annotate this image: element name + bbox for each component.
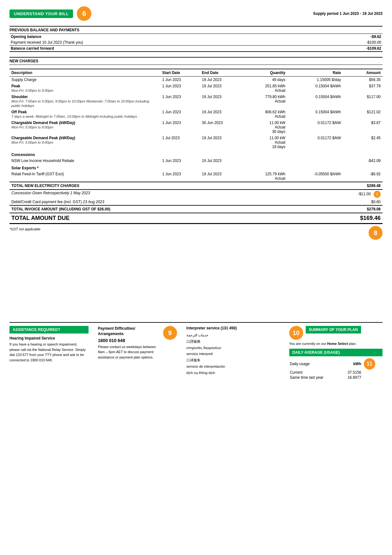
card-fee-amount: $0.60 [343,199,383,205]
off-peak-start: 1 Jun 2023 [160,109,200,120]
demand-peak-1-rate: 0.01172 $/kW [287,120,343,135]
row-demand-peak-1: Chargeable Demand Peak (kW/Day) Mon-Fri:… [9,120,383,135]
gst-note: *GST not applicable [9,227,40,231]
col-quantity: Quantity [240,69,287,77]
badge-10: 10 [289,326,303,340]
off-peak-desc: Off Peak 7 days a week: Midnight to 7:00… [9,109,160,120]
off-peak-qty: 806.62 kWhActual [240,109,287,120]
peak-desc: Peak Mon-Fri: 5:00pm to 9:00pm [9,83,160,94]
hearing-title: Hearing Impaired Service [9,336,89,340]
supply-charge-end: 19 Jul 2023 [200,77,240,83]
row-total-due: TOTAL AMOUNT DUE $169.46 [9,213,383,224]
demand-peak-1-end: 30 Jun 2023 [200,120,240,135]
current-value: 37.5156 [341,370,361,375]
shoulder-amount: $117.00 [343,94,383,109]
total-due-amount: $169.46 [343,213,383,224]
payment-text: Please contact us weekdays between 8am –… [98,344,161,360]
row-shoulder: Shoulder Mon-Fri: 7:00am to 5:00pm, 9:00… [9,94,383,109]
col-description: Description [9,69,160,77]
demand-peak-2-end: 19 Jul 2023 [200,135,240,150]
col-start-date: Start Date [160,69,200,77]
row-nsw-rebate: NSW Low Income Household Rebate 1 Jun 20… [9,158,383,164]
payment-label: Payment received 10 Jul 2023 (Thank you) [9,40,312,46]
assistance-title: ASSISTANCE REQUIRED? [9,326,89,334]
badge-9: 9 [163,326,177,340]
charges-header-row: Description Start Date End Date Quantity… [9,69,383,77]
nsw-rebate-start: 1 Jun 2023 [160,158,200,164]
concession-retro-amount: -$11.00 7 [343,190,383,199]
demand-peak-2-desc: Chargeable Demand Peak (kW/Day) Mon-Fri:… [9,135,160,150]
total-new-amount: $289.48 [343,182,383,190]
col-end-date: End Date [200,69,240,77]
shoulder-qty: 779.80 kWhActual [240,94,287,109]
row-peak: Peak Mon-Fri: 5:00pm to 9:00pm 1 Jun 202… [9,83,383,94]
daily-usage-label: Daily usage [290,358,340,370]
payment-title: Payment Difficulties/Arrangements [98,326,161,337]
off-peak-rate: 0.15004 $/kWh [287,109,343,120]
plan-title: SUMMARY OF YOUR PLAN [306,326,361,334]
nsw-rebate-qty [240,158,287,164]
nsw-rebate-end: 19 Jul 2023 [200,158,240,164]
shoulder-desc: Shoulder Mon-Fri: 7:00am to 5:00pm, 9:00… [9,94,160,109]
supply-charge-amount: $56.35 [343,77,383,83]
badge-8: 8 [369,226,383,240]
supply-period: Supply period 1 Jun 2023 - 19 Jul 2023 [313,11,383,16]
carried-forward-label: Balance carried forward [9,46,312,52]
daily-avg-table: Daily usage kWh 11 Current 37.5156 Same … [289,358,383,380]
badge-11: 11 [364,358,375,370]
row-total-invoice: TOTAL INVOICE AMOUNT (INCLUDING GST OF $… [9,205,383,213]
daily-lastyear-row: Same time last year 16.8977 [290,375,382,380]
badge-7: 7 [374,191,381,198]
supply-charge-qty: 49 days [240,77,287,83]
balance-row-payment: Payment received 10 Jul 2023 (Thank you)… [9,40,383,46]
demand-peak-2-rate: 0.01172 $/kW [287,135,343,150]
peak-qty: 251.85 kWhActual [240,83,287,94]
col-rate: Rate [287,69,343,77]
col-amount: Amount [343,69,383,77]
carried-forward-amount: -$109.62 [312,46,383,52]
peak-start: 1 Jun 2023 [160,83,200,94]
feed-in-amount: -$6.92 [343,171,383,182]
daily-avg-title: DAILY AVERAGE (USAGE) [289,349,383,356]
demand-peak-2-qty: 11.00 kWActual19 days [240,135,287,150]
opening-balance-label: Opening balance [9,34,312,40]
row-demand-peak-2: Chargeable Demand Peak (kW/Day) Mon-Fri:… [9,135,383,150]
lastyear-label: Same time last year [290,375,340,380]
total-invoice-label: TOTAL INVOICE AMOUNT (INCLUDING GST OF $… [9,205,343,213]
demand-peak-1-desc: Chargeable Demand Peak (kW/Day) Mon-Fri:… [9,120,160,135]
demand-peak-2-sub: Mon-Fri: 5:00pm to 9:00pm [11,140,53,144]
opening-balance-amount: -$9.62 [312,34,383,40]
peak-end: 19 Jul 2023 [200,83,240,94]
interpreter-column: Interpreter service (131 450) خدمات التر… [183,326,283,380]
balance-row-opening: Opening balance -$9.62 [9,34,383,40]
shoulder-sub-label: Mon-Fri: 7:00am to 5:00pm, 9:00pm to 10:… [11,99,149,108]
nsw-rebate-desc: NSW Low Income Household Rebate [9,158,160,164]
row-card-fee: Debit/Credit Card payment fee (incl. GST… [9,199,383,205]
row-off-peak: Off Peak 7 days a week: Midnight to 7:00… [9,109,383,120]
nsw-rebate-amount: -$42.09 [343,158,383,164]
row-total-new-electricity: TOTAL NEW ELECTRICITY CHARGES $289.48 [9,182,383,190]
payment-phone: 1800 010 648 [98,338,161,343]
badge-11-cell: 11 [362,358,382,370]
feed-in-rate: -0.05500 $/kWh [287,171,343,182]
demand-peak-1-amount: $3.87 [343,120,383,135]
hearing-text: If you have a hearing or speech impairme… [9,342,89,363]
payment-column: Payment Difficulties/Arrangements 1800 0… [95,326,180,380]
row-solar-header: Solar Exports * [9,164,383,171]
daily-current-row: Current 37.5156 [290,370,382,375]
supply-charge-desc: Supply Charge [9,77,160,83]
peak-sub-label: Mon-Fri: 5:00pm to 9:00pm [11,89,53,92]
off-peak-sub-label: 7 days a week: Midnight to 7:00am, 10:00… [11,115,139,118]
row-feed-in-tariff: Retail Feed-In Tariff (GST Excl) 1 Jun 2… [9,171,383,182]
card-fee-label: Debit/Credit Card payment fee (incl. GST… [9,199,343,205]
header-left: UNDERSTAND YOUR BILL 6 [9,6,91,21]
concession-retro-label: Concession Given Retrospectively 1 May 2… [9,190,343,199]
balance-row-carried: Balance carried forward -$109.62 [9,46,383,52]
daily-avg-header-row: Daily usage kWh 11 [290,358,382,370]
previous-balance-title: PREVIOUS BALANCE AND PAYMENTS [9,26,383,34]
shoulder-start: 1 Jun 2023 [160,94,200,109]
demand-peak-1-sub: Mon-Fri: 5:00pm to 9:00pm [11,125,53,129]
shoulder-end: 19 Jul 2023 [200,94,240,109]
peak-rate: 0.15004 $/kWh [287,83,343,94]
peak-amount: $37.79 [343,83,383,94]
